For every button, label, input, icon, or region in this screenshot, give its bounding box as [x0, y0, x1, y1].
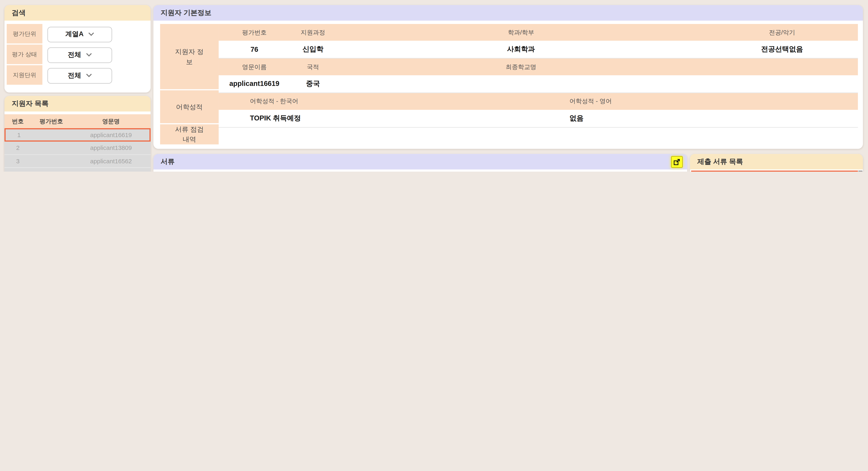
- eval-number-value: 76: [219, 45, 290, 53]
- english-name-value: applicant16619: [219, 80, 290, 88]
- table-row[interactable]: 3applicant16562: [4, 155, 151, 168]
- eval-status-value: 전체: [68, 50, 81, 60]
- chevron-down-icon: [88, 32, 94, 36]
- applicant-list-header: 번호 평가번호 영문명: [4, 114, 151, 128]
- eval-status-select[interactable]: 전체: [48, 47, 112, 63]
- nationality-value: 중국: [290, 79, 336, 89]
- language-value-row: TOPIK 취득예정 없음: [219, 110, 858, 127]
- eval-status-label: 평가 상태: [7, 45, 42, 64]
- english-score-value: 없음: [538, 113, 858, 123]
- search-row-eval-unit: 평가단위 계열A: [7, 24, 151, 45]
- search-row-eval-status: 평가 상태 전체: [7, 45, 151, 65]
- col-no: 번호: [4, 117, 31, 125]
- korean-score-value: TOPIK 취득예정: [219, 113, 538, 123]
- col-name: 영문명: [71, 117, 151, 125]
- applicant-list-title: 지원자 목록: [4, 96, 151, 111]
- apply-unit-select[interactable]: 전체: [48, 68, 112, 83]
- course-value: 신입학: [290, 45, 336, 54]
- applicant-info-label: 지원자 정보: [160, 24, 219, 89]
- applicant-rows: 1applicant16619 2applicant13809 3applica…: [4, 128, 151, 172]
- eval-unit-select[interactable]: 계열A: [48, 26, 112, 42]
- department-value: 사회학과: [336, 45, 706, 54]
- screen: 검색 평가단위 계열A 평가 상태 전체 지원단위 전체: [0, 0, 868, 172]
- doc-list-scrollbar[interactable]: [858, 171, 863, 172]
- chevron-down-icon: [86, 73, 92, 77]
- documents-panel: 서류 Application_2024_U_Sample.pdf 1 / 2: [153, 154, 687, 172]
- applicant-list-panel: 지원자 목록 번호 평가번호 영문명 1applicant16619 2appl…: [4, 96, 151, 172]
- documents-title: 서류: [160, 158, 175, 166]
- doc-check-value-row: [219, 127, 858, 144]
- apply-unit-label: 지원단위: [7, 65, 42, 85]
- doc-item-application[interactable]: 지원서: [691, 171, 862, 172]
- table-row[interactable]: 2applicant13809: [4, 141, 151, 155]
- apply-unit-value: 전체: [68, 71, 81, 80]
- language-score-label: 어학성적: [160, 91, 219, 123]
- submitted-docs-panel: 제출 서류 목록 지원서 고등학교 성적증명서 고등학교 졸업(예정)증명서 T…: [690, 154, 863, 172]
- info-header-row-2: 영문이름 국적 최종학교명: [219, 59, 858, 75]
- basic-info-panel: 지원자 기본정보 지원자 정보 어학성적 서류 점검 내역 평가번호 지원과정 …: [153, 5, 863, 149]
- language-header-row: 어학성적 - 한국어 어학성적 - 영어: [219, 93, 858, 110]
- major-value: 전공선택없음: [706, 45, 858, 54]
- info-value-row-1: 76 신입학 사회학과 전공선택없음: [219, 41, 858, 59]
- search-row-apply-unit: 지원단위 전체: [7, 65, 151, 86]
- eval-unit-value: 계열A: [65, 29, 84, 39]
- table-row[interactable]: 4applicant16900: [4, 168, 151, 172]
- search-panel-title: 검색: [4, 5, 151, 21]
- submitted-docs-title: 제출 서류 목록: [690, 154, 863, 170]
- col-eval-no: 평가번호: [31, 117, 71, 125]
- search-panel: 검색 평가단위 계열A 평가 상태 전체 지원단위 전체: [4, 5, 151, 93]
- basic-info-title: 지원자 기본정보: [153, 5, 863, 21]
- basic-info-row-labels: 지원자 정보 어학성적 서류 점검 내역: [160, 24, 219, 144]
- chevron-down-icon: [86, 53, 92, 57]
- doc-check-label: 서류 점검 내역: [160, 124, 219, 144]
- submitted-docs-list: 지원서 고등학교 성적증명서 고등학교 졸업(예정)증명서 TOPIK 취득예정…: [690, 171, 863, 172]
- eval-unit-label: 평가단위: [7, 24, 42, 43]
- open-in-new-window-icon[interactable]: [671, 156, 683, 168]
- table-row[interactable]: 1applicant16619: [4, 128, 151, 141]
- info-value-row-2: applicant16619 중국: [219, 75, 858, 93]
- info-header-row-1: 평가번호 지원과정 학과/학부 전공/악기: [219, 24, 858, 41]
